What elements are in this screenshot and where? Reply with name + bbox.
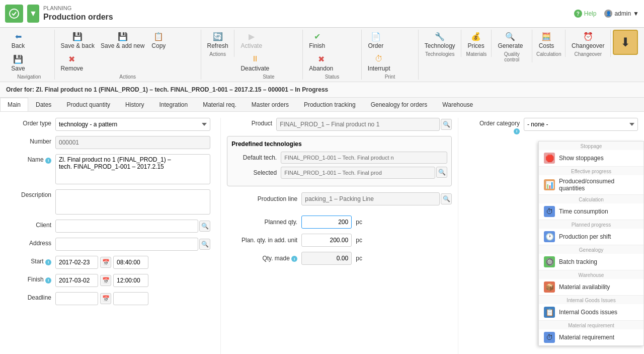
planned-qty-label: Planned qty. [227,219,297,226]
order-type-select[interactable]: technology - a pattern [55,118,210,131]
product-search-button[interactable]: 🔍 [441,119,452,130]
finish-time-input[interactable] [113,274,148,287]
production-per-shift-icon: 🕐 [544,231,555,242]
order-category-select[interactable]: - none - [524,118,638,131]
finish-info-icon: i [45,277,51,284]
address-input[interactable] [55,238,198,251]
form-left-column: Order type technology - a pattern Number… [6,118,210,354]
address-search-button[interactable]: 🔍 [199,239,210,250]
client-input[interactable] [55,220,198,233]
costs-button[interactable]: 🧮 Costs [536,30,556,50]
default-tech-input-wrap [281,152,447,164]
qty-made-input[interactable] [301,252,352,265]
save-back-button[interactable]: 💾 Save & back [59,30,97,50]
default-tech-input[interactable] [281,152,447,164]
show-stoppages-item[interactable]: 🛑 Show stoppages [539,150,643,166]
selected-tech-input[interactable] [281,167,435,179]
tab-history[interactable]: History [118,98,151,111]
tab-product-quantity[interactable]: Product quantity [59,98,118,111]
changeover-special-button[interactable]: ⬇ [613,30,638,55]
save-button[interactable]: 💾 Save [8,52,28,73]
back-icon: ⬅ [13,31,24,42]
qty-made-row: Qty. made i pc [227,252,452,265]
toolbar-group-navigation: ⬅ Back 💾 Save Navigation [4,30,55,80]
deadline-date-group: 📅 [55,292,210,305]
deadline-calendar-button[interactable]: 📅 [100,293,111,304]
refresh-button[interactable]: 🔄 Refresh [205,30,230,50]
order-print-button[interactable]: 📄 Order [366,30,386,50]
start-calendar-button[interactable]: 📅 [100,257,111,268]
tab-integration[interactable]: Integration [151,98,195,111]
abandon-button[interactable]: ✖ Abandon [307,52,335,73]
show-stoppages-icon: 🛑 [544,153,555,164]
remove-button[interactable]: ✖ Remove [59,52,86,73]
predefined-title: Predefined technologies [231,140,447,148]
plan-qty-add-unit: pc [356,237,362,244]
product-input[interactable] [276,118,440,131]
start-date-input[interactable] [55,256,98,269]
save-add-button[interactable]: 💾 Save & add new [99,30,146,50]
copy-button[interactable]: 📋 Copy [148,30,169,50]
tab-dates[interactable]: Dates [28,98,59,111]
tab-warehouse[interactable]: Warehouse [435,98,480,111]
tab-production-tracking[interactable]: Production tracking [296,98,363,111]
material-req-section-label: Material requirement [539,321,643,329]
finish-button[interactable]: ✔ Finish [307,30,327,50]
order-category-group: Order category i - none - [474,118,638,134]
generate-button[interactable]: 🔍 Generate [496,30,525,50]
production-per-shift-item[interactable]: 🕐 Production per shift [539,229,643,245]
description-textarea[interactable] [55,189,210,215]
time-consumption-icon: ⏱ [544,206,555,217]
logo-area: ▼ PLANNING Production orders [5,5,113,23]
tab-master-orders[interactable]: Master orders [244,98,296,111]
start-info-icon: i [45,259,51,265]
finish-label: Finish i [6,274,51,284]
changeover-button[interactable]: ⏰ Changeover [570,30,606,50]
plan-qty-add-input[interactable] [301,234,352,247]
name-info-icon: i [45,158,51,164]
tab-genealogy[interactable]: Genealogy for orders [363,98,435,111]
activate-button[interactable]: ▶ Activate [238,30,264,50]
client-search-button[interactable]: 🔍 [199,221,210,232]
interrupt-button[interactable]: ⏱ Interrupt [366,52,392,73]
produced-consumed-item[interactable]: 📊 Produced/consumed quantities [539,175,643,194]
deadline-time-input[interactable] [113,292,148,305]
order-header: Order for: Zl. Final product no 1 (FINAL… [0,82,644,98]
finish-group: Finish i 📅 [6,274,210,287]
batch-tracking-label: Batch tracking [559,258,597,265]
time-consumption-item[interactable]: ⏱ Time consumption [539,203,643,220]
number-group: Number [6,136,210,149]
logo-dropdown-arrow[interactable]: ▼ [27,5,39,23]
name-textarea[interactable]: Zl. Final product no 1 (FINAL_PROD_1) – … [55,154,210,184]
back-button[interactable]: ⬅ Back [8,30,28,50]
start-label: Start i [6,256,51,265]
prices-button[interactable]: 💰 Prices [465,30,486,50]
user-menu-button[interactable]: 👤 admin ▼ [604,10,639,18]
batch-tracking-item[interactable]: 🔘 Batch tracking [539,254,643,270]
production-line-search-button[interactable]: 🔍 [441,193,452,204]
tab-material-req[interactable]: Material req. [195,98,244,111]
internal-goods-issues-item[interactable]: 📋 Internal Goods issues [539,304,643,320]
selected-tech-search-button[interactable]: 🔍 [436,167,447,178]
production-line-row: Production line 🔍 [227,192,452,205]
planned-qty-input[interactable] [301,216,352,229]
batch-tracking-icon: 🔘 [544,256,555,267]
production-line-input[interactable] [301,192,440,205]
finish-date-input[interactable] [55,274,98,287]
top-bar: ▼ PLANNING Production orders ? Help 👤 ad… [0,0,644,28]
material-requirement-item[interactable]: ⏱ Material requirement [539,329,643,345]
start-time-input[interactable] [113,256,148,269]
deadline-date-input[interactable] [55,292,98,305]
time-consumption-label: Time consumption [559,208,608,215]
finish-date-group: 📅 [55,274,210,287]
number-input[interactable] [55,136,210,149]
deactivate-button[interactable]: ⏸ Deactivate [238,52,271,73]
technology-button[interactable]: 🔧 Technology [423,30,457,50]
tab-main[interactable]: Main [0,98,28,112]
interrupt-icon: ⏱ [373,53,384,64]
planned-qty-unit: pc [356,219,362,226]
help-button[interactable]: ? Help [574,10,597,18]
finish-calendar-button[interactable]: 📅 [100,275,111,286]
material-availability-item[interactable]: 📦 Material availability [539,279,643,295]
selected-tech-input-wrap: 🔍 [281,167,447,179]
